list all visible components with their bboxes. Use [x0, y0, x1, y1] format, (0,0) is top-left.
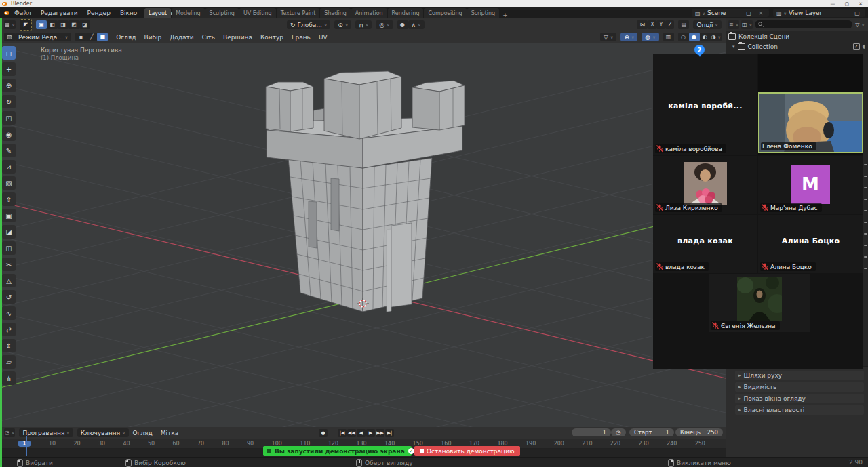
- tab-scripting[interactable]: Scripting: [467, 8, 500, 18]
- jump-to-start-button[interactable]: |◀: [338, 429, 347, 437]
- menu-window[interactable]: Вікно: [115, 9, 142, 16]
- participant-tile-speaking[interactable]: Елена Фоменко: [758, 54, 863, 155]
- participant-tile[interactable]: M Мар'яна Дубас: [758, 156, 863, 214]
- falloff-dropdown[interactable]: ∧: [408, 20, 425, 29]
- tool-rotate[interactable]: ↻: [2, 95, 16, 108]
- add-workspace-button[interactable]: +: [500, 12, 511, 18]
- tool-loop-cut[interactable]: ◫: [2, 241, 16, 255]
- next-keyframe-button[interactable]: ▶▶: [376, 429, 384, 437]
- tool-bevel[interactable]: ◪: [2, 225, 16, 239]
- mirror-z-button[interactable]: Z: [665, 20, 674, 29]
- menu-file[interactable]: Файл: [9, 9, 36, 16]
- scene-selector[interactable]: ▤ Scene ▢ ✕: [692, 9, 769, 17]
- delete-scene-icon[interactable]: ✕: [755, 9, 766, 18]
- tab-uv-editing[interactable]: UV Editing: [239, 8, 276, 18]
- notification-badge[interactable]: 2: [694, 45, 705, 55]
- options-dropdown[interactable]: Опції: [693, 20, 722, 29]
- blender-menu-icon[interactable]: [4, 11, 9, 15]
- use-preview-range-button[interactable]: ◷: [611, 428, 626, 436]
- outliner-search-input[interactable]: [755, 20, 852, 28]
- edge-select-button[interactable]: ╱: [86, 33, 97, 41]
- marker-menu[interactable]: Мітка: [157, 430, 182, 436]
- face-select-button[interactable]: ■: [97, 33, 108, 41]
- tool-shear[interactable]: ▱: [2, 355, 16, 369]
- tool-move[interactable]: ⊕: [2, 79, 16, 92]
- mirror-x-button[interactable]: X: [648, 20, 656, 29]
- tool-add-cube[interactable]: ▧: [2, 176, 16, 190]
- tool-measure[interactable]: ⊿: [2, 160, 16, 174]
- shading-solid-button[interactable]: ●: [689, 33, 700, 41]
- playhead-line[interactable]: [26, 436, 27, 456]
- select-mode-subtract-button[interactable]: ◨: [58, 20, 68, 29]
- viewport-canvas[interactable]: [0, 43, 726, 427]
- shading-material-button[interactable]: ◐: [700, 33, 711, 41]
- menu-edge[interactable]: Контур: [256, 34, 288, 41]
- menu-add[interactable]: Додати: [165, 34, 197, 41]
- tab-animation[interactable]: Animation: [351, 8, 387, 18]
- tool-shrink-fatten[interactable]: ⇕: [2, 339, 16, 352]
- disclosure-icon[interactable]: ▾: [732, 44, 735, 49]
- menu-view[interactable]: Огляд: [112, 34, 140, 41]
- tool-spin[interactable]: ↺: [2, 290, 16, 304]
- section-motion-paths[interactable]: ▸ Шляхи руху: [735, 371, 864, 380]
- participant-tile[interactable]: Лиза Кириленко: [653, 156, 757, 214]
- tool-edge-slide[interactable]: ⇄: [2, 323, 16, 336]
- snap-dropdown[interactable]: ∩: [355, 20, 372, 29]
- new-view-layer-icon[interactable]: ▢: [852, 9, 863, 18]
- end-frame-field[interactable]: Кінець 250: [675, 428, 723, 436]
- menu-edit[interactable]: Редагувати: [36, 9, 83, 16]
- tool-annotate[interactable]: ✎: [2, 144, 16, 157]
- outliner-display-mode-dropdown[interactable]: ≣: [728, 20, 739, 29]
- tool-inset-faces[interactable]: ▣: [2, 209, 16, 222]
- mode-dropdown[interactable]: Режим Реда...: [15, 33, 71, 41]
- participant-tile[interactable]: влада козак влада козак: [653, 215, 757, 273]
- tab-sculpting[interactable]: Sculpting: [205, 8, 239, 18]
- tool-extrude[interactable]: ⇧: [2, 192, 16, 206]
- shading-rendered-button[interactable]: ◑: [711, 33, 722, 41]
- minimize-button[interactable]: —: [831, 1, 835, 7]
- outliner-filter-type-dropdown[interactable]: ◫: [741, 20, 753, 29]
- participant-tile[interactable]: каміла воробй... каміла воробйова: [653, 54, 757, 155]
- funnel-icon[interactable]: ▽: [854, 20, 865, 29]
- tab-rendering[interactable]: Rendering: [388, 8, 424, 18]
- playback-menu[interactable]: Програвання: [19, 428, 73, 437]
- tool-transform[interactable]: ◉: [2, 127, 16, 141]
- pivot-dropdown[interactable]: ⊙: [334, 20, 351, 29]
- keying-menu[interactable]: Ключування: [77, 428, 129, 437]
- overlays-dropdown[interactable]: ◍: [642, 33, 658, 41]
- xray-toggle[interactable]: ▥: [663, 33, 674, 41]
- menu-mesh[interactable]: Сіть: [198, 34, 219, 41]
- outliner-row-scene-collection[interactable]: Колекція Сцени: [726, 31, 868, 41]
- current-frame-field[interactable]: 1: [572, 428, 611, 436]
- outliner-row-collection[interactable]: ▾ Collection ◖: [726, 41, 868, 52]
- select-mode-extend-button[interactable]: ◧: [47, 20, 58, 29]
- playhead[interactable]: 1: [18, 441, 31, 447]
- tool-select-box[interactable]: ◻: [2, 46, 16, 60]
- active-tool-icon[interactable]: ◤: [20, 19, 32, 31]
- menu-render[interactable]: Рендер: [83, 9, 115, 16]
- tab-shading[interactable]: Shading: [320, 8, 351, 18]
- start-frame-field[interactable]: Старт 1: [629, 428, 674, 436]
- vertex-select-button[interactable]: ▪: [75, 33, 86, 41]
- record-button[interactable]: ●: [319, 429, 328, 437]
- select-mode-new-button[interactable]: ▣: [36, 20, 47, 29]
- menu-select[interactable]: Вибір: [140, 34, 165, 41]
- mirror-y-button[interactable]: Y: [656, 20, 665, 29]
- timeline-view-menu[interactable]: Огляд: [129, 430, 157, 436]
- collection-checkbox[interactable]: [853, 43, 860, 50]
- proportional-toggle[interactable]: ●: [397, 20, 408, 29]
- proportional-edit-dropdown[interactable]: ◎: [376, 20, 393, 29]
- tab-modeling[interactable]: Modeling: [172, 8, 204, 18]
- section-visibility[interactable]: ▸ Видимість: [735, 382, 864, 392]
- section-viewport-display[interactable]: ▸ Показ вікна огляду: [735, 394, 864, 403]
- menu-face[interactable]: Грань: [288, 34, 315, 41]
- select-mode-invert-button[interactable]: ◩: [68, 20, 79, 29]
- timeline-editor-type-button[interactable]: ◷: [4, 428, 15, 437]
- tab-layout[interactable]: Layout: [144, 8, 171, 18]
- gizmo-dropdown[interactable]: ⊕: [620, 33, 637, 41]
- maximize-button[interactable]: ▢: [845, 1, 850, 7]
- new-scene-icon[interactable]: ▢: [743, 9, 754, 18]
- tool-cursor[interactable]: +: [2, 62, 16, 76]
- jump-to-end-button[interactable]: ▶|: [385, 429, 394, 437]
- tool-knife[interactable]: ✂: [2, 258, 16, 271]
